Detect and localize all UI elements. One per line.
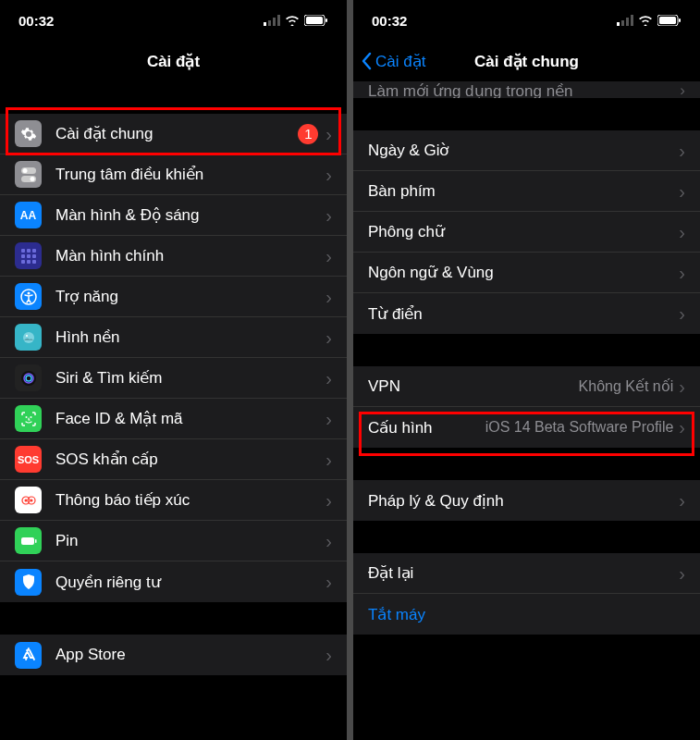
row-wallpaper[interactable]: Hình nền › (0, 317, 347, 358)
row-legal[interactable]: Pháp lý & Quy định› (353, 480, 700, 521)
row-general[interactable]: Cài đặt chung 1 › (0, 114, 347, 154)
row-homescreen[interactable]: Màn hình chính › (0, 236, 347, 277)
row-label: SOS khẩn cấp (55, 450, 325, 469)
row-battery[interactable]: Pin › (0, 521, 347, 561)
row-background-refresh-partial[interactable]: Làm mới ứng dụng trong nền › (353, 81, 700, 98)
general-list[interactable]: Làm mới ứng dụng trong nền › Ngày & Giờ›… (353, 81, 700, 635)
chevron-right-icon: › (325, 328, 332, 347)
faceid-icon (15, 405, 42, 432)
svg-rect-38 (631, 15, 633, 26)
chevron-right-icon: › (679, 304, 685, 323)
row-keyboard[interactable]: Bàn phím› (353, 171, 700, 212)
sos-icon: SOS (15, 446, 42, 473)
privacy-icon (15, 569, 42, 596)
row-control-center[interactable]: Trung tâm điều khiển › (0, 154, 347, 195)
row-label: Màn hình & Độ sáng (55, 205, 325, 225)
wifi-icon (638, 15, 653, 26)
row-reset[interactable]: Đặt lại› (353, 553, 700, 594)
chevron-right-icon: › (325, 166, 332, 184)
chevron-right-icon: › (325, 247, 332, 265)
row-display[interactable]: AA Màn hình & Độ sáng › (0, 195, 347, 236)
svg-point-27 (25, 416, 27, 418)
chevron-right-icon: › (679, 418, 685, 437)
svg-rect-5 (306, 17, 323, 24)
row-label: Face ID & Mật mã (55, 409, 325, 428)
svg-rect-34 (35, 539, 37, 543)
chevron-right-icon: › (325, 646, 332, 664)
svg-rect-33 (21, 537, 34, 545)
row-detail: iOS 14 Beta Software Profile (485, 419, 674, 436)
nav-bar: Cài đặt (0, 41, 347, 81)
wifi-icon (285, 15, 300, 26)
svg-rect-19 (32, 260, 36, 264)
svg-point-8 (22, 168, 27, 173)
row-label: Đặt lại (368, 563, 679, 583)
settings-list[interactable]: Cài đặt chung 1 › Trung tâm điều khiển ›… (0, 81, 347, 675)
chevron-right-icon: › (679, 223, 685, 241)
svg-rect-12 (27, 249, 31, 253)
row-siri[interactable]: Siri & Tìm kiếm › (0, 358, 347, 399)
row-label: Từ điển (368, 304, 679, 324)
chevron-right-icon: › (325, 410, 332, 428)
row-label: Trợ năng (55, 287, 325, 306)
status-time: 00:32 (372, 13, 407, 29)
notification-badge: 1 (298, 124, 318, 144)
row-fonts[interactable]: Phông chữ› (353, 212, 700, 253)
chevron-right-icon: › (325, 125, 332, 143)
back-label: Cài đặt (375, 52, 425, 71)
back-button[interactable]: Cài đặt (361, 52, 425, 71)
svg-rect-15 (27, 254, 31, 258)
row-language[interactable]: Ngôn ngữ & Vùng› (353, 253, 700, 293)
row-exposure[interactable]: Thông báo tiếp xúc › (0, 480, 347, 521)
row-vpn[interactable]: VPNKhông Kết nối› (353, 366, 700, 407)
battery-icon (657, 15, 682, 26)
row-privacy[interactable]: Quyền riêng tư › (0, 561, 347, 602)
status-time: 00:32 (18, 13, 54, 29)
row-detail: Không Kết nối (579, 377, 674, 395)
row-profile[interactable]: Cấu hìnhiOS 14 Beta Software Profile› (353, 407, 700, 448)
svg-point-21 (27, 291, 30, 294)
row-label: Ngôn ngữ & Vùng (368, 263, 679, 282)
page-title: Cài đặt (147, 52, 200, 71)
switch-icon (15, 161, 42, 188)
wallpaper-icon (15, 324, 42, 351)
chevron-right-icon: › (680, 81, 685, 98)
row-label: Ngày & Giờ (368, 141, 679, 160)
svg-point-32 (30, 499, 32, 501)
row-dictionary[interactable]: Từ điển› (353, 293, 700, 334)
row-shutdown[interactable]: Tắt máy (353, 594, 700, 635)
row-sos[interactable]: SOS SOS khẩn cấp › (0, 439, 347, 480)
row-label: Thông báo tiếp xúc (55, 490, 325, 510)
row-label: Phông chữ (368, 222, 679, 241)
cellular-icon (617, 15, 633, 26)
battery-icon-row (15, 527, 42, 554)
cellular-icon (264, 15, 280, 26)
row-label: Quyền riêng tư (55, 573, 325, 592)
chevron-right-icon: › (679, 564, 685, 583)
section-reset: Đặt lại› Tắt máy (353, 553, 700, 635)
row-appstore[interactable]: App Store › (0, 635, 347, 675)
row-faceid[interactable]: Face ID & Mật mã › (0, 399, 347, 439)
svg-rect-16 (32, 254, 36, 258)
svg-point-28 (30, 416, 31, 418)
row-label: Cài đặt chung (55, 124, 298, 143)
svg-rect-17 (21, 260, 25, 264)
section-legal: Pháp lý & Quy định› (353, 480, 700, 521)
chevron-left-icon (361, 52, 372, 70)
svg-rect-35 (617, 22, 620, 26)
status-bar: 00:32 (353, 0, 700, 41)
svg-rect-2 (273, 18, 276, 26)
row-label: Hình nền (55, 327, 325, 347)
svg-rect-1 (268, 20, 271, 26)
svg-rect-36 (621, 20, 624, 26)
row-label: VPN (368, 377, 579, 396)
row-accessibility[interactable]: Trợ năng › (0, 277, 347, 317)
svg-rect-3 (277, 15, 280, 26)
row-label: Cấu hình (368, 418, 485, 438)
chevron-right-icon: › (679, 264, 685, 282)
row-label: Trung tâm điều khiển (55, 165, 325, 184)
row-datetime[interactable]: Ngày & Giờ› (353, 130, 700, 171)
svg-rect-41 (679, 18, 681, 22)
svg-rect-18 (27, 260, 31, 264)
svg-rect-6 (325, 18, 327, 22)
